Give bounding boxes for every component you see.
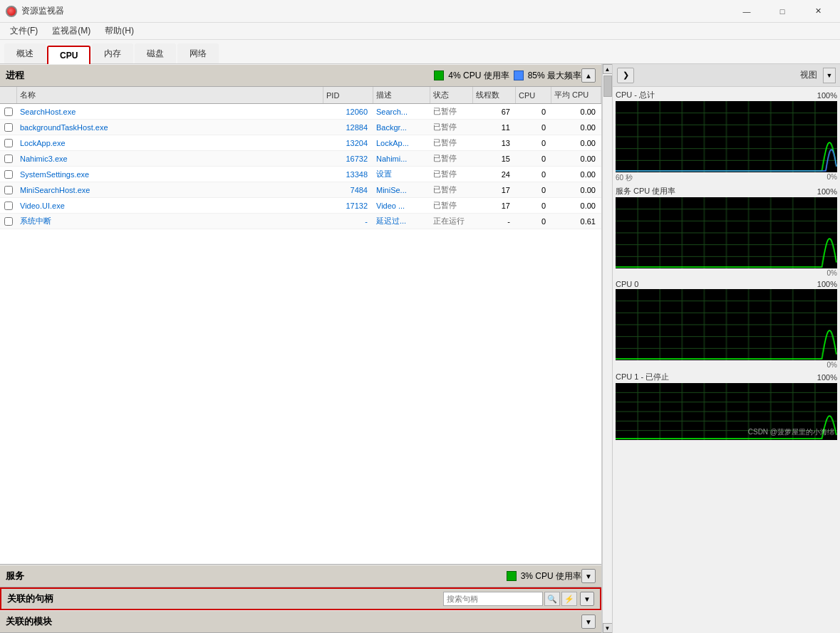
row-desc: Backgr... <box>373 123 430 132</box>
row-pid: 16732 <box>323 155 373 163</box>
table-row[interactable]: LockApp.exe 13204 LockAp... 已暂停 13 0 0.0… <box>0 135 601 151</box>
module-section-header[interactable]: 关联的模块 ▼ <box>0 610 601 633</box>
row-checkbox[interactable] <box>0 155 17 163</box>
handle-refresh-btn[interactable]: ⚡ <box>561 592 577 606</box>
service-title: 服务 <box>6 570 507 582</box>
right-toolbar: ❯ 视图 ▼ <box>613 64 840 87</box>
col-name[interactable]: 名称 <box>17 87 323 103</box>
row-cpu: 0 <box>516 202 551 210</box>
row-status: 已暂停 <box>430 200 473 211</box>
menu-monitor[interactable]: 监视器(M) <box>45 23 98 38</box>
chart-box-cpu-total <box>616 101 837 172</box>
row-threads: 24 <box>473 170 516 179</box>
row-threads: 13 <box>473 139 516 147</box>
chart-title: CPU 0 <box>616 280 638 288</box>
col-pid[interactable]: PID <box>323 87 373 103</box>
right-view-dropdown-btn[interactable]: ▼ <box>823 68 836 83</box>
chart-pct: 100% <box>817 280 837 288</box>
chart-cpu0: CPU 0 100% 0% <box>616 280 837 369</box>
row-cpu: 0 <box>516 139 551 147</box>
charts-area: CPU - 总计 100% 60 秒 0% 服务 CPU 使用率 100% 0%… <box>613 87 840 633</box>
row-checkbox[interactable] <box>0 123 17 132</box>
col-status[interactable]: 状态 <box>430 87 473 103</box>
row-pid: 13204 <box>323 139 373 147</box>
tab-overview[interactable]: 概述 <box>4 43 46 63</box>
main-layout: 进程 4% CPU 使用率 85% 最大频率 ▲ 名称 PID 描述 状态 线程… <box>0 64 840 633</box>
row-avgcpu: 0.00 <box>551 202 601 210</box>
handle-search-area: 🔍 ⚡ <box>292 592 577 606</box>
tab-memory[interactable]: 内存 <box>92 43 133 63</box>
row-threads: 67 <box>473 108 516 116</box>
row-pid: - <box>323 217 373 226</box>
row-checkbox[interactable] <box>0 217 17 226</box>
chart-canvas-service-cpu <box>616 197 837 268</box>
row-cpu: 0 <box>516 170 551 179</box>
row-name[interactable]: LockApp.exe <box>17 139 323 147</box>
menu-file[interactable]: 文件(F) <box>3 23 45 38</box>
handle-search-input[interactable] <box>443 592 543 606</box>
row-name[interactable]: SearchHost.exe <box>17 108 323 116</box>
row-desc: 设置 <box>373 169 430 179</box>
menu-help[interactable]: 帮助(H) <box>98 23 141 38</box>
col-cpu[interactable]: CPU <box>516 87 551 103</box>
tab-cpu[interactable]: CPU <box>47 46 90 64</box>
chart-pct: 100% <box>817 91 837 100</box>
col-threads[interactable]: 线程数 <box>473 87 516 103</box>
table-row[interactable]: Nahimic3.exe 16732 Nahimi... 已暂停 15 0 0.… <box>0 151 601 167</box>
row-pid: 12060 <box>323 108 373 116</box>
row-pid: 17132 <box>323 202 373 210</box>
row-checkbox[interactable] <box>0 170 17 179</box>
handle-search-btn[interactable]: 🔍 <box>544 592 560 606</box>
table-row[interactable]: SystemSettings.exe 13348 设置 已暂停 24 0 0.0… <box>0 167 601 182</box>
module-collapse-btn[interactable]: ▼ <box>581 614 596 629</box>
row-checkbox[interactable] <box>0 108 17 116</box>
row-name[interactable]: backgroundTaskHost.exe <box>17 123 323 132</box>
handle-collapse-btn[interactable]: ▼ <box>580 592 594 606</box>
handle-title: 关联的句柄 <box>7 592 292 605</box>
row-checkbox[interactable] <box>0 139 17 147</box>
scroll-thumb[interactable] <box>603 75 612 97</box>
scroll-down-arrow[interactable]: ▼ <box>603 623 613 633</box>
row-name[interactable]: SystemSettings.exe <box>17 170 323 179</box>
service-section-header[interactable]: 服务 3% CPU 使用率 ▼ <box>0 565 601 587</box>
table-row[interactable]: 系统中断 - 延迟过... 正在运行 - 0 0.61 <box>0 214 601 229</box>
chart-box-cpu0 <box>616 289 837 360</box>
process-header-info: 4% CPU 使用率 85% 最大频率 <box>434 70 581 82</box>
minimize-button[interactable]: — <box>730 1 763 22</box>
process-section-header[interactable]: 进程 4% CPU 使用率 85% 最大频率 ▲ <box>0 64 601 87</box>
row-status: 已暂停 <box>430 106 473 117</box>
table-row[interactable]: SearchHost.exe 12060 Search... 已暂停 67 0 … <box>0 104 601 120</box>
tab-network[interactable]: 网络 <box>177 43 219 63</box>
close-button[interactable]: ✕ <box>802 1 834 22</box>
table-row[interactable]: MiniSearchHost.exe 7484 MiniSe... 已暂停 17… <box>0 182 601 198</box>
row-name[interactable]: Video.UI.exe <box>17 202 323 210</box>
service-collapse-btn[interactable]: ▼ <box>581 569 596 583</box>
row-name[interactable]: Nahimic3.exe <box>17 155 323 163</box>
handle-section-header[interactable]: 关联的句柄 🔍 ⚡ ▼ <box>0 587 601 610</box>
maximize-button[interactable]: □ <box>766 1 799 22</box>
row-name[interactable]: MiniSearchHost.exe <box>17 186 323 194</box>
col-desc[interactable]: 描述 <box>373 87 430 103</box>
right-nav-back-btn[interactable]: ❯ <box>617 68 634 83</box>
chart-service-cpu: 服务 CPU 使用率 100% 0% <box>616 186 837 277</box>
process-collapse-btn[interactable]: ▲ <box>581 68 596 83</box>
row-pid: 12884 <box>323 123 373 132</box>
row-avgcpu: 0.00 <box>551 139 601 147</box>
row-checkbox[interactable] <box>0 186 17 194</box>
max-freq-text: 85% 最大频率 <box>528 70 581 82</box>
row-status: 已暂停 <box>430 137 473 148</box>
row-name[interactable]: 系统中断 <box>17 216 323 226</box>
service-cpu-text: 3% CPU 使用率 <box>521 570 581 582</box>
left-panel: 进程 4% CPU 使用率 85% 最大频率 ▲ 名称 PID 描述 状态 线程… <box>0 64 602 633</box>
row-checkbox[interactable] <box>0 202 17 210</box>
table-row[interactable]: backgroundTaskHost.exe 12884 Backgr... 已… <box>0 120 601 135</box>
left-panel-scrollbar[interactable]: ▲ ▼ <box>602 64 612 633</box>
process-table-header: 名称 PID 描述 状态 线程数 CPU 平均 CPU <box>0 87 601 104</box>
service-cpu-indicator <box>507 571 517 581</box>
row-threads: 17 <box>473 202 516 210</box>
row-cpu: 0 <box>516 186 551 194</box>
col-avgcpu[interactable]: 平均 CPU <box>551 87 601 103</box>
table-row[interactable]: Video.UI.exe 17132 Video ... 已暂停 17 0 0.… <box>0 198 601 214</box>
tab-disk[interactable]: 磁盘 <box>135 43 176 63</box>
scroll-up-arrow[interactable]: ▲ <box>603 64 613 74</box>
